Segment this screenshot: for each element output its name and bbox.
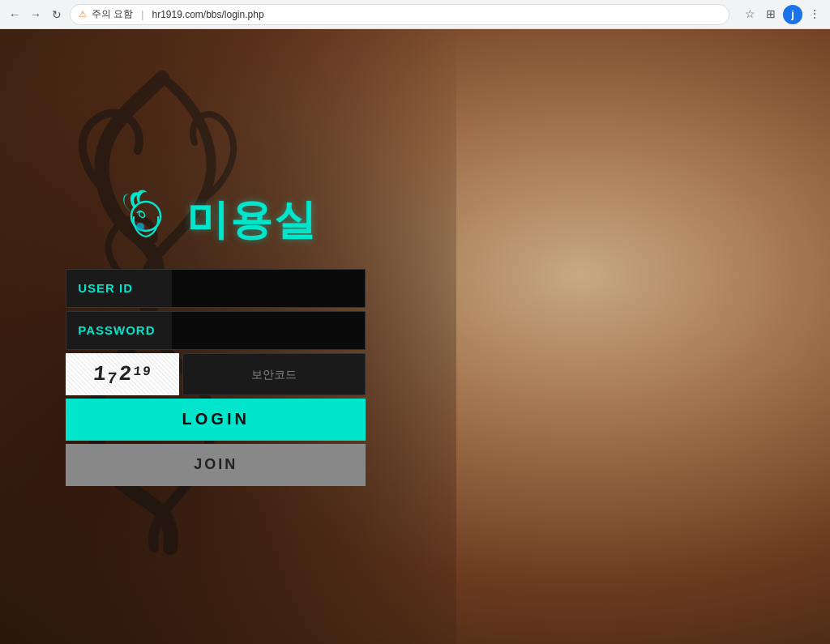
userid-input[interactable] — [172, 270, 365, 307]
login-button[interactable]: LOGIN — [66, 399, 366, 441]
logo-area: 미용실 — [113, 188, 318, 253]
tab-button[interactable]: ⊞ — [762, 5, 780, 23]
browser-toolbar: ← → ↻ ⚠ 주의 요함 | hr1919.com/bbs/login.php… — [0, 0, 830, 29]
site-name: 미용실 — [186, 192, 318, 249]
captcha-input[interactable] — [182, 353, 366, 395]
password-input[interactable] — [172, 312, 365, 349]
browser-actions: ☆ ⊞ j ⋮ — [741, 5, 824, 24]
login-card: 미용실 USER ID PASSWORD 17219 — [66, 188, 366, 486]
password-label: PASSWORD — [66, 312, 172, 349]
main-content: 미용실 USER ID PASSWORD 17219 — [0, 29, 830, 644]
url-text: hr1919.com/bbs/login.php — [152, 9, 263, 20]
reload-button[interactable]: ↻ — [49, 6, 65, 23]
bookmark-button[interactable]: ☆ — [741, 5, 759, 23]
logo-icon — [113, 188, 178, 253]
userid-label: USER ID — [66, 270, 172, 307]
captcha-image: 17219 — [66, 353, 179, 395]
forward-button[interactable]: → — [28, 6, 44, 23]
separator: | — [141, 9, 143, 20]
svg-point-1 — [136, 223, 144, 231]
join-button[interactable]: JOIN — [66, 444, 366, 486]
menu-button[interactable]: ⋮ — [806, 5, 824, 23]
user-avatar[interactable]: j — [783, 5, 802, 24]
login-form: USER ID PASSWORD 17219 LOGIN — [66, 269, 366, 486]
warning-text: 주의 요함 — [92, 7, 133, 21]
address-bar[interactable]: ⚠ 주의 요함 | hr1919.com/bbs/login.php — [70, 4, 729, 25]
captcha-row: 17219 — [66, 353, 366, 395]
back-button[interactable]: ← — [6, 6, 23, 23]
password-row: PASSWORD — [66, 311, 366, 350]
captcha-code: 17219 — [92, 362, 153, 386]
userid-row: USER ID — [66, 269, 366, 308]
security-warning-icon: ⚠ — [79, 9, 87, 19]
